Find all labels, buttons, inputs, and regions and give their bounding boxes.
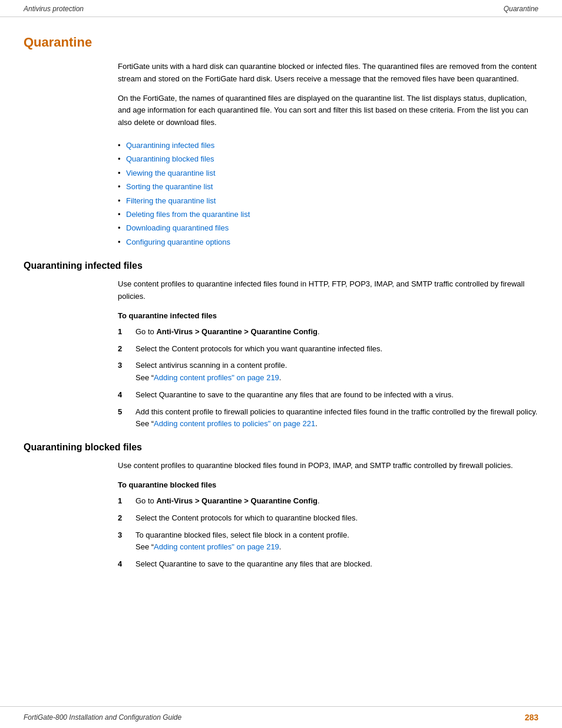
footer-page-number: 283 bbox=[525, 713, 538, 722]
step-text: Select Quarantine to save to the quarant… bbox=[135, 389, 538, 401]
step-text: Add this content profile to firewall pol… bbox=[135, 406, 538, 431]
toc-link-7[interactable]: Downloading quarantined files bbox=[126, 223, 229, 232]
section2-heading: Quarantining blocked files bbox=[24, 442, 538, 453]
step-text: Select the Content protocols for which y… bbox=[135, 343, 538, 355]
toc-link-3[interactable]: Viewing the quarantine list bbox=[126, 169, 216, 177]
list-item: Quarantining blocked files bbox=[118, 152, 538, 166]
toc-link-8[interactable]: Configuring quarantine options bbox=[126, 238, 230, 246]
intro-paragraph-1: FortiGate units with a hard disk can qua… bbox=[118, 61, 538, 85]
intro-paragraph-2: On the FortiGate, the names of quarantin… bbox=[118, 93, 538, 129]
step-num: 5 bbox=[118, 406, 130, 419]
header-right: Quarantine bbox=[504, 5, 538, 13]
step-link[interactable]: Adding content profiles" on page 219 bbox=[154, 542, 279, 551]
footer-left: FortiGate-800 Installation and Configura… bbox=[24, 713, 181, 722]
content-area: Quarantine FortiGate units with a hard d… bbox=[0, 17, 562, 599]
step-2-3: 3 To quarantine blocked files, select fi… bbox=[118, 529, 538, 554]
step-2-2: 2 Select the Content protocols for which… bbox=[118, 512, 538, 525]
section2-intro: Use content profiles to quarantine block… bbox=[118, 460, 538, 472]
step-num: 1 bbox=[118, 326, 130, 338]
step-num: 2 bbox=[118, 512, 130, 525]
page-container: Antivirus protection Quarantine Quaranti… bbox=[0, 0, 562, 728]
step-2-1: 1 Go to Anti-Virus > Quarantine > Quaran… bbox=[118, 495, 538, 508]
step-text: Select antivirus scanning in a content p… bbox=[135, 360, 538, 384]
intro-section: FortiGate units with a hard disk can qua… bbox=[118, 61, 538, 129]
step-num: 4 bbox=[118, 389, 130, 401]
section-blocked-files: Quarantining blocked files Use content p… bbox=[24, 442, 538, 571]
list-item: Filtering the quarantine list bbox=[118, 194, 538, 207]
page-title: Quarantine bbox=[24, 35, 538, 50]
section1-intro: Use content profiles to quarantine infec… bbox=[118, 278, 538, 303]
toc-link-6[interactable]: Deleting files from the quarantine list bbox=[126, 210, 250, 219]
step-num: 4 bbox=[118, 558, 130, 571]
list-item: Viewing the quarantine list bbox=[118, 166, 538, 180]
section1-heading: Quarantining infected files bbox=[24, 261, 538, 271]
step-text: To quarantine blocked files, select file… bbox=[135, 529, 538, 554]
section1-steps: 1 Go to Anti-Virus > Quarantine > Quaran… bbox=[118, 326, 538, 431]
step-num: 3 bbox=[118, 529, 130, 542]
step-text: Go to Anti-Virus > Quarantine > Quaranti… bbox=[135, 495, 538, 508]
list-item: Sorting the quarantine list bbox=[118, 180, 538, 193]
step-2-4: 4 Select Quarantine to save to the quara… bbox=[118, 558, 538, 571]
step-1-4: 4 Select Quarantine to save to the quara… bbox=[118, 389, 538, 401]
header-left: Antivirus protection bbox=[24, 5, 84, 13]
section2-body: Use content profiles to quarantine block… bbox=[118, 460, 538, 571]
step-num: 2 bbox=[118, 343, 130, 355]
step-text: Select the Content protocols for which t… bbox=[135, 512, 538, 525]
step-text: Go to Anti-Virus > Quarantine > Quaranti… bbox=[135, 326, 538, 338]
section-infected-files: Quarantining infected files Use content … bbox=[24, 261, 538, 430]
step-link[interactable]: Adding content profiles to policies" on … bbox=[154, 419, 315, 428]
toc-link-5[interactable]: Filtering the quarantine list bbox=[126, 196, 216, 205]
section1-body: Use content profiles to quarantine infec… bbox=[118, 278, 538, 430]
list-item: Downloading quarantined files bbox=[118, 221, 538, 235]
step-link[interactable]: Adding content profiles" on page 219 bbox=[154, 373, 279, 382]
step-num: 3 bbox=[118, 360, 130, 372]
toc-link-2[interactable]: Quarantining blocked files bbox=[126, 154, 214, 163]
step-1-3: 3 Select antivirus scanning in a content… bbox=[118, 360, 538, 384]
section1-subheading: To quarantine infected files bbox=[118, 311, 538, 320]
step-1-5: 5 Add this content profile to firewall p… bbox=[118, 406, 538, 431]
toc-bullet-list: Quarantining infected files Quarantining… bbox=[118, 139, 538, 249]
toc-link-4[interactable]: Sorting the quarantine list bbox=[126, 182, 213, 191]
list-item: Configuring quarantine options bbox=[118, 235, 538, 249]
header-bar: Antivirus protection Quarantine bbox=[0, 0, 562, 17]
step-text: Select Quarantine to save to the quarant… bbox=[135, 558, 538, 571]
step-1-2: 2 Select the Content protocols for which… bbox=[118, 343, 538, 355]
list-item: Quarantining infected files bbox=[118, 139, 538, 152]
section2-steps: 1 Go to Anti-Virus > Quarantine > Quaran… bbox=[118, 495, 538, 571]
section2-subheading: To quarantine blocked files bbox=[118, 480, 538, 489]
toc-link-1[interactable]: Quarantining infected files bbox=[126, 141, 214, 150]
step-num: 1 bbox=[118, 495, 130, 508]
footer-bar: FortiGate-800 Installation and Configura… bbox=[0, 706, 562, 728]
list-item: Deleting files from the quarantine list bbox=[118, 207, 538, 221]
step-1-1: 1 Go to Anti-Virus > Quarantine > Quaran… bbox=[118, 326, 538, 338]
